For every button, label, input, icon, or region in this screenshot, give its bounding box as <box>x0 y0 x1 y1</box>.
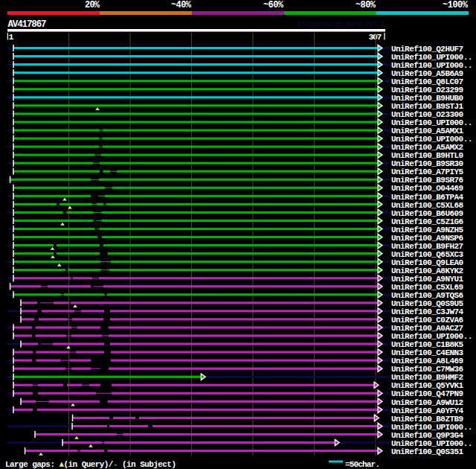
svg-text:UniRef100_Q0S351: UniRef100_Q0S351 <box>391 447 463 456</box>
svg-text:1: 1 <box>9 32 14 42</box>
svg-text:AlignView.pm Beta rel.7: AlignView.pm Beta rel.7 <box>298 21 385 28</box>
svg-text:=50char.: =50char. <box>345 460 380 469</box>
svg-text:~40%: ~40% <box>171 0 192 10</box>
svg-text:~60%: ~60% <box>263 0 284 10</box>
svg-text:Large gaps: ▲(in Query)/- (in: Large gaps: ▲(in Query)/- (in Subject) <box>5 460 176 469</box>
svg-text:~100%: ~100% <box>443 0 469 10</box>
svg-text:20%: 20% <box>85 0 100 10</box>
svg-text:AV417867: AV417867 <box>8 19 47 30</box>
svg-text:~80%: ~80% <box>356 0 376 10</box>
